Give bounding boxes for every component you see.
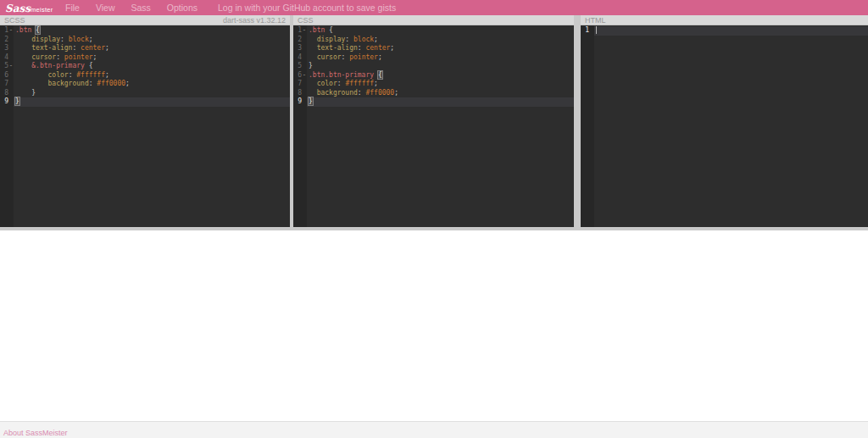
- code-line[interactable]: 2 display: block;: [293, 36, 574, 45]
- line-number: 2: [293, 36, 302, 45]
- code-line[interactable]: 6-.btn.btn-primary {: [293, 71, 574, 80]
- line-gutter: 4: [293, 53, 307, 63]
- line-gutter: 5-: [0, 62, 14, 71]
- scss-code-editor[interactable]: 1-.btn {2 display: block;3 text-align: c…: [0, 25, 290, 227]
- code-text: cursor: pointer;: [14, 53, 290, 63]
- line-number: 5: [293, 62, 302, 71]
- scss-panel-title: SCSS: [4, 15, 25, 25]
- github-login-link[interactable]: Log in with your GitHub account to save …: [218, 3, 396, 13]
- line-number: 1: [0, 26, 8, 36]
- line-number: 6: [293, 71, 302, 80]
- code-text: text-align: center;: [307, 44, 574, 53]
- about-link[interactable]: About SassMeister: [3, 429, 68, 437]
- scss-panel: SCSS dart-sass v1.32.12 1-.btn {2 displa…: [0, 15, 290, 227]
- editor-panels: SCSS dart-sass v1.32.12 1-.btn {2 displa…: [0, 15, 868, 227]
- line-number: 9: [293, 97, 302, 107]
- code-text: .btn {: [307, 26, 574, 36]
- line-number: 1: [293, 26, 302, 36]
- line-number: 7: [0, 80, 8, 89]
- line-gutter: 8: [293, 89, 307, 98]
- code-text: }: [307, 97, 574, 107]
- line-gutter: 3: [293, 44, 307, 53]
- code-line[interactable]: 5}: [293, 62, 574, 71]
- line-gutter: 7: [0, 80, 14, 89]
- code-line[interactable]: 3 text-align: center;: [293, 44, 574, 53]
- code-text: }: [14, 97, 290, 107]
- line-gutter: 8: [0, 89, 14, 98]
- menu-bar: File View Sass Options Log in with your …: [49, 3, 396, 13]
- text-cursor: [596, 26, 597, 34]
- code-line[interactable]: 6 color: #ffffff;: [0, 71, 290, 80]
- code-line[interactable]: 9}: [0, 97, 290, 107]
- code-line[interactable]: 4 cursor: pointer;: [0, 53, 290, 63]
- code-line[interactable]: 3 text-align: center;: [0, 44, 290, 53]
- code-text: &.btn-primary {: [14, 62, 290, 71]
- code-text: .btn.btn-primary {: [307, 71, 574, 80]
- code-text: cursor: pointer;: [307, 53, 574, 63]
- css-panel: CSS 1-.btn {2 display: block;3 text-alig…: [293, 15, 574, 227]
- css-panel-header: CSS: [293, 15, 574, 25]
- code-text: background: #ff0000;: [14, 80, 290, 89]
- line-number: 1: [581, 26, 589, 36]
- compiler-version: dart-sass v1.32.12: [223, 15, 286, 25]
- code-text: .btn {: [14, 26, 290, 36]
- code-text: color: #ffffff;: [14, 71, 290, 80]
- menu-view[interactable]: View: [96, 3, 115, 13]
- code-line[interactable]: 8 }: [0, 89, 290, 98]
- code-text: }: [14, 89, 290, 98]
- line-gutter: 6-: [293, 71, 307, 80]
- line-gutter: 6: [0, 71, 14, 80]
- logo-sass-text: Sass: [5, 3, 31, 14]
- code-line[interactable]: 2 display: block;: [0, 36, 290, 45]
- line-gutter: 1-: [0, 26, 14, 36]
- line-gutter: 9: [293, 97, 307, 107]
- line-number: 4: [293, 53, 302, 63]
- code-line[interactable]: 5- &.btn-primary {: [0, 62, 290, 71]
- code-text: [594, 26, 868, 36]
- html-code-editor[interactable]: 1: [581, 25, 868, 227]
- scss-panel-header: SCSS dart-sass v1.32.12: [0, 15, 290, 25]
- line-number: 6: [0, 71, 8, 80]
- line-number: 5: [0, 62, 8, 71]
- line-gutter: 7: [293, 80, 307, 89]
- line-number: 3: [0, 44, 8, 53]
- menu-options[interactable]: Options: [167, 3, 198, 13]
- code-text: background: #ff0000;: [307, 89, 574, 98]
- code-text: text-align: center;: [14, 44, 290, 53]
- menu-file[interactable]: File: [65, 3, 80, 13]
- code-text: color: #ffffff;: [307, 80, 574, 89]
- line-gutter: 9: [0, 97, 14, 107]
- code-line[interactable]: 1-.btn {: [293, 26, 574, 36]
- app-footer: About SassMeister: [0, 421, 868, 438]
- code-line[interactable]: 8 background: #ff0000;: [293, 89, 574, 98]
- html-panel-title: HTML: [585, 15, 606, 25]
- line-number: 3: [293, 44, 302, 53]
- code-line[interactable]: 9}: [293, 97, 574, 107]
- line-number: 9: [0, 97, 8, 107]
- line-number: 7: [293, 80, 302, 89]
- line-gutter: 1: [581, 26, 594, 36]
- app-logo[interactable]: Sassmeister: [0, 0, 49, 15]
- line-gutter: 3: [0, 44, 14, 53]
- menu-sass[interactable]: Sass: [131, 3, 151, 13]
- code-line[interactable]: 1-.btn {: [0, 26, 290, 36]
- line-gutter: 4: [0, 53, 14, 63]
- html-panel: HTML 1: [581, 15, 868, 227]
- code-line[interactable]: 4 cursor: pointer;: [293, 53, 574, 63]
- line-number: 2: [0, 36, 8, 45]
- code-line[interactable]: 7 background: #ff0000;: [0, 80, 290, 89]
- line-gutter: 1-: [293, 26, 307, 36]
- html-panel-header: HTML: [581, 15, 868, 25]
- panel-resizer[interactable]: [574, 15, 581, 227]
- line-gutter: 2: [293, 36, 307, 45]
- line-number: 8: [0, 89, 8, 98]
- code-line[interactable]: 7 color: #ffffff;: [293, 80, 574, 89]
- output-preview: [0, 230, 868, 421]
- text-cursor: [19, 97, 20, 105]
- css-code-editor[interactable]: 1-.btn {2 display: block;3 text-align: c…: [293, 25, 574, 227]
- line-gutter: 2: [0, 36, 14, 45]
- code-line[interactable]: 1: [581, 26, 868, 36]
- css-panel-title: CSS: [298, 15, 314, 25]
- code-text: }: [307, 62, 574, 71]
- line-number: 8: [293, 89, 302, 98]
